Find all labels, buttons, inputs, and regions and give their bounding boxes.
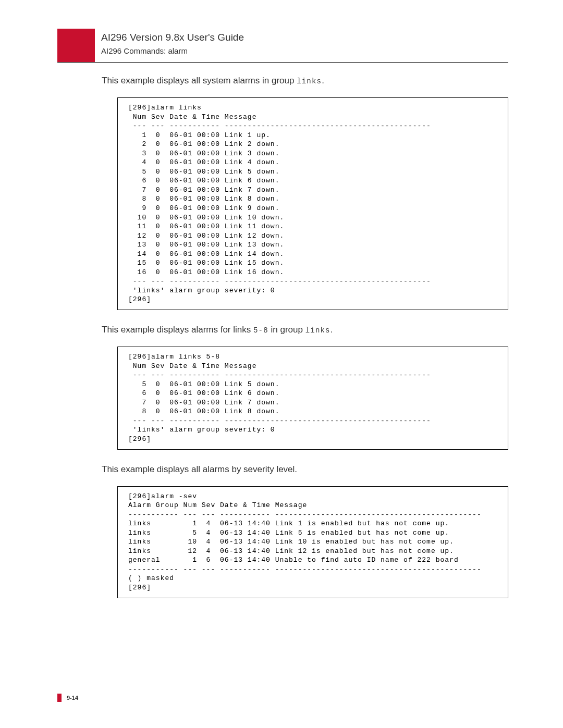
header-rule [57,62,508,63]
page-number: 9-14 [67,695,78,701]
para1-post: . [322,76,324,85]
header-subtitle: AI296 Commands: alarm [101,46,244,55]
para2-code2: links [305,326,331,335]
page-footer: 9-14 [57,694,78,702]
paragraph-2: This example displays alarms for links 5… [102,325,508,335]
para1-pre: This example displays all system alarms … [102,76,297,85]
code-block-2: [296]alarm links 5-8 Num Sev Date & Time… [117,347,508,449]
logo-block [57,29,95,62]
code-block-3: [296]alarm -sev Alarm Group Num Sev Date… [117,486,508,598]
header-title: AI296 Version 9.8x User's Guide [101,32,244,43]
paragraph-3: This example displays all alarms by seve… [102,464,508,475]
para2-pre: This example displays alarms for links [102,325,253,335]
footer-accent-bar [57,694,62,702]
header-text-group: AI296 Version 9.8x User's Guide AI296 Co… [95,29,244,62]
code-block-1: [296]alarm links Num Sev Date & Time Mes… [117,97,508,310]
para2-post: . [331,325,333,335]
paragraph-1: This example displays all system alarms … [102,76,508,86]
para2-code1: 5-8 [253,326,268,335]
page-header: AI296 Version 9.8x User's Guide AI296 Co… [57,29,244,62]
para2-mid: in group [268,325,305,335]
content-area: This example displays all system alarms … [102,76,508,613]
para1-code: links [297,77,322,85]
